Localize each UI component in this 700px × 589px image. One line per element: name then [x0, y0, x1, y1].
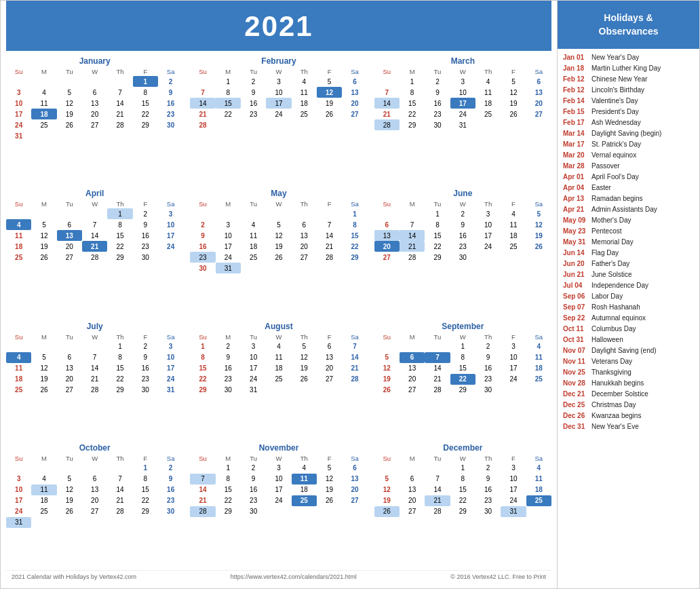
holiday-name: Veterans Day: [591, 357, 632, 366]
calendar-day: [107, 76, 132, 87]
list-item: May 23Pentecost: [563, 227, 694, 236]
calendar-day: 16: [158, 98, 183, 109]
calendar-day: 25: [241, 252, 266, 263]
calendar-day: 23: [475, 374, 501, 385]
calendar-day: 19: [317, 98, 342, 109]
calendar-day: 6: [57, 219, 82, 230]
calendar-day: [241, 263, 266, 273]
calendar-day: 28: [425, 506, 450, 517]
holiday-date: Apr 04: [563, 183, 591, 193]
calendar-day: 4: [292, 463, 317, 474]
day-header: Sa: [342, 200, 367, 208]
month-block: JulySuMTuWThFSa1234567891011121314151617…: [6, 322, 183, 438]
calendar-day: 21: [82, 241, 107, 252]
calendar-day: [57, 76, 82, 87]
calendar-day: 15: [107, 230, 132, 241]
calendar-day: 10: [6, 98, 31, 109]
holiday-name: Christmas Day: [591, 400, 636, 410]
calendar-day: 25: [526, 374, 551, 385]
calendar-day: 18: [31, 495, 56, 506]
calendar-day: 2: [158, 463, 183, 474]
calendar-day: 2: [425, 76, 450, 87]
calendar-day: 2: [475, 463, 501, 474]
calendar-day: 31: [6, 130, 31, 141]
left-panel: 2021 JanuarySuMTuWThFSa12345678910111213…: [1, 1, 557, 588]
calendar-day: 4: [526, 341, 551, 352]
day-header: Th: [107, 332, 132, 341]
calendar-day: 14: [374, 98, 400, 109]
calendar-day: 13: [342, 474, 367, 484]
day-header: M: [216, 454, 241, 463]
calendar-day: 25: [292, 109, 317, 119]
calendar-day: 23: [190, 252, 215, 263]
calendar-day: 25: [475, 109, 501, 119]
calendar-day: 29: [425, 252, 450, 263]
calendar-day: [526, 506, 551, 517]
day-header: F: [133, 200, 158, 208]
holiday-date: Jan 18: [563, 64, 591, 73]
calendar-day: 3: [501, 341, 526, 352]
month-name: October: [6, 443, 183, 453]
month-name: March: [374, 56, 551, 66]
calendar-day: [57, 208, 82, 219]
calendar-day: 17: [266, 484, 291, 495]
holiday-name: April Fool's Day: [591, 172, 639, 182]
calendar-day: 23: [133, 241, 158, 252]
calendar-day: 15: [107, 363, 132, 374]
calendar-day: [292, 263, 317, 273]
calendar-day: 2: [133, 341, 158, 352]
calendar-day: [266, 263, 291, 273]
holiday-date: Mar 17: [563, 140, 591, 149]
calendar-day: 27: [374, 252, 400, 263]
calendar-day: 7: [190, 87, 215, 98]
calendar-day: [374, 76, 400, 87]
calendar-table: SuMTuWThFSa12345678910111213141516171819…: [6, 332, 183, 396]
holiday-date: Feb 12: [563, 86, 591, 95]
calendar-day: 10: [266, 474, 291, 484]
day-header: Th: [475, 454, 501, 463]
calendar-day: [57, 341, 82, 352]
calendar-day: 29: [107, 252, 132, 263]
holiday-date: Nov 25: [563, 368, 591, 377]
calendar-day: 29: [400, 119, 425, 130]
holiday-date: Mar 14: [563, 129, 591, 138]
calendar-day: 23: [158, 109, 183, 119]
calendar-day: 20: [526, 98, 551, 109]
list-item: Apr 21Admin Assistants Day: [563, 205, 694, 214]
calendar-day: 24: [158, 241, 183, 252]
month-name: July: [6, 322, 183, 331]
month-block: JuneSuMTuWThFSa1234567891011121314151617…: [374, 189, 551, 316]
day-header: Su: [190, 67, 215, 76]
calendar-day: 18: [475, 98, 501, 109]
calendar-day: 21: [190, 109, 215, 119]
calendar-day: 21: [425, 495, 450, 506]
calendar-day: 25: [292, 495, 317, 506]
holiday-name: President's Day: [591, 107, 639, 117]
calendar-day: 3: [216, 219, 241, 230]
calendar-day: 25: [6, 252, 31, 263]
calendar-day: 1: [342, 208, 367, 219]
day-header: Tu: [57, 200, 82, 208]
calendar-day: 3: [501, 463, 526, 474]
calendar-day: 29: [190, 385, 215, 396]
calendar-day: 11: [501, 219, 526, 230]
month-name: August: [190, 322, 367, 331]
year-header: 2021: [6, 1, 551, 51]
month-block: DecemberSuMTuWThFSa123456789101112131415…: [374, 443, 551, 570]
calendar-day: 22: [216, 495, 241, 506]
list-item: Apr 01April Fool's Day: [563, 172, 694, 182]
calendar-day: 11: [31, 98, 56, 109]
calendar-day: 28: [190, 119, 215, 130]
list-item: Nov 11Veterans Day: [563, 357, 694, 366]
calendar-day: 11: [6, 363, 31, 374]
calendar-day: 14: [190, 98, 215, 109]
calendar-day: 29: [450, 385, 475, 396]
holiday-name: Independence Day: [591, 281, 648, 290]
calendar-day: 6: [82, 474, 107, 484]
calendar-day: 20: [374, 241, 400, 252]
calendar-day: 17: [501, 484, 526, 495]
day-header: W: [266, 200, 291, 208]
calendar-day: 7: [190, 474, 215, 484]
holiday-name: Lincoln's Birthday: [591, 86, 644, 95]
month-name: January: [6, 56, 183, 66]
